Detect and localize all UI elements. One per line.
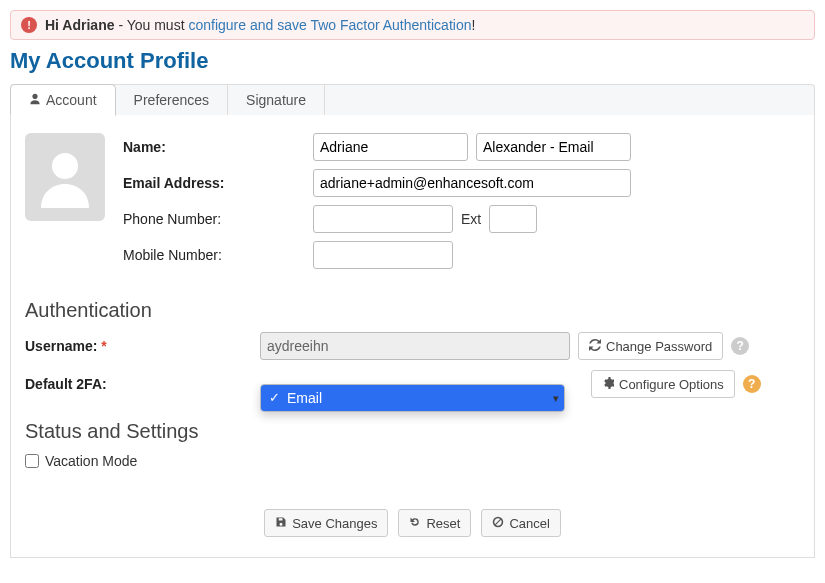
alert-banner: ! Hi Adriane - You must configure and sa… [10,10,815,40]
alert-link[interactable]: configure and save Two Factor Authentica… [188,17,471,33]
tabs: Account Preferences Signature [10,84,815,115]
reset-button[interactable]: Reset [398,509,471,537]
cancel-label: Cancel [509,516,549,531]
user-icon [29,92,41,108]
change-password-button[interactable]: Change Password [578,332,723,360]
username-label: Username: * [25,338,260,354]
change-password-label: Change Password [606,339,712,354]
ext-label: Ext [461,211,481,227]
alert-greeting: Hi Adriane [45,17,115,33]
mobile-input[interactable] [313,241,453,269]
username-input [260,332,570,360]
default-2fa-label: Default 2FA: [25,376,260,392]
auth-header: Authentication [25,299,800,322]
account-section: Name: Email Address: Phone Number: [10,115,815,558]
refresh-icon [589,339,601,354]
first-name-input[interactable] [313,133,468,161]
save-button[interactable]: Save Changes [264,509,388,537]
dropdown-menu: Email [260,384,565,412]
tab-signature[interactable]: Signature [228,85,325,115]
email-input[interactable] [313,169,631,197]
help-icon-warn[interactable]: ? [743,375,761,393]
gear-icon [602,377,614,392]
alert-end: ! [471,17,475,33]
vacation-mode-checkbox[interactable] [25,454,39,468]
status-header: Status and Settings [25,420,800,443]
cancel-icon [492,516,504,531]
ext-input[interactable] [489,205,537,233]
alert-middle: - You must [115,17,189,33]
save-label: Save Changes [292,516,377,531]
svg-point-0 [52,153,78,179]
email-label: Email Address: [123,175,313,191]
tab-account-label: Account [46,92,97,108]
tab-account[interactable]: Account [10,84,116,116]
page-title: My Account Profile [10,48,815,74]
alert-icon: ! [21,17,37,33]
mobile-label: Mobile Number: [123,247,313,263]
tab-preferences[interactable]: Preferences [116,85,228,115]
phone-input[interactable] [313,205,453,233]
avatar [25,133,105,221]
help-icon[interactable]: ? [731,337,749,355]
cancel-button[interactable]: Cancel [481,509,560,537]
phone-label: Phone Number: [123,211,313,227]
dropdown-option-email[interactable]: Email [261,385,564,411]
undo-icon [409,516,421,531]
required-asterisk: * [101,338,106,354]
name-label: Name: [123,139,313,155]
last-name-input[interactable] [476,133,631,161]
configure-options-label: Configure Options [619,377,724,392]
reset-label: Reset [426,516,460,531]
configure-options-button[interactable]: Configure Options [591,370,735,398]
vacation-mode-label: Vacation Mode [45,453,137,469]
save-icon [275,516,287,531]
alert-text: Hi Adriane - You must configure and save… [45,17,475,33]
